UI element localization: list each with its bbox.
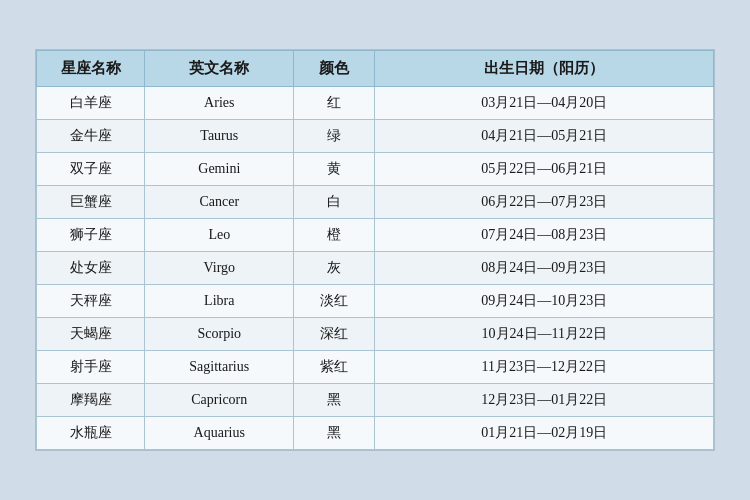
- cell-zh: 天秤座: [37, 285, 145, 318]
- cell-en: Libra: [145, 285, 294, 318]
- cell-en: Leo: [145, 219, 294, 252]
- table-row: 金牛座Taurus绿04月21日—05月21日: [37, 120, 714, 153]
- cell-date: 05月22日—06月21日: [375, 153, 714, 186]
- cell-color: 橙: [294, 219, 375, 252]
- header-zh: 星座名称: [37, 51, 145, 87]
- cell-en: Aries: [145, 87, 294, 120]
- cell-zh: 白羊座: [37, 87, 145, 120]
- cell-zh: 摩羯座: [37, 384, 145, 417]
- cell-color: 深红: [294, 318, 375, 351]
- table-row: 射手座Sagittarius紫红11月23日—12月22日: [37, 351, 714, 384]
- cell-en: Scorpio: [145, 318, 294, 351]
- cell-color: 红: [294, 87, 375, 120]
- cell-color: 淡红: [294, 285, 375, 318]
- cell-date: 11月23日—12月22日: [375, 351, 714, 384]
- header-en: 英文名称: [145, 51, 294, 87]
- cell-color: 黄: [294, 153, 375, 186]
- cell-zh: 巨蟹座: [37, 186, 145, 219]
- table-row: 处女座Virgo灰08月24日—09月23日: [37, 252, 714, 285]
- zodiac-table: 星座名称 英文名称 颜色 出生日期（阳历） 白羊座Aries红03月21日—04…: [36, 50, 714, 450]
- cell-color: 紫红: [294, 351, 375, 384]
- table-row: 水瓶座Aquarius黑01月21日—02月19日: [37, 417, 714, 450]
- cell-date: 04月21日—05月21日: [375, 120, 714, 153]
- cell-en: Taurus: [145, 120, 294, 153]
- cell-en: Capricorn: [145, 384, 294, 417]
- cell-zh: 射手座: [37, 351, 145, 384]
- cell-en: Sagittarius: [145, 351, 294, 384]
- table-row: 白羊座Aries红03月21日—04月20日: [37, 87, 714, 120]
- table-row: 天秤座Libra淡红09月24日—10月23日: [37, 285, 714, 318]
- cell-zh: 金牛座: [37, 120, 145, 153]
- cell-zh: 处女座: [37, 252, 145, 285]
- cell-date: 12月23日—01月22日: [375, 384, 714, 417]
- zodiac-table-container: 星座名称 英文名称 颜色 出生日期（阳历） 白羊座Aries红03月21日—04…: [35, 49, 715, 451]
- cell-color: 绿: [294, 120, 375, 153]
- cell-zh: 天蝎座: [37, 318, 145, 351]
- header-color: 颜色: [294, 51, 375, 87]
- table-row: 狮子座Leo橙07月24日—08月23日: [37, 219, 714, 252]
- cell-en: Aquarius: [145, 417, 294, 450]
- table-header-row: 星座名称 英文名称 颜色 出生日期（阳历）: [37, 51, 714, 87]
- cell-zh: 双子座: [37, 153, 145, 186]
- cell-date: 07月24日—08月23日: [375, 219, 714, 252]
- cell-date: 08月24日—09月23日: [375, 252, 714, 285]
- cell-zh: 水瓶座: [37, 417, 145, 450]
- cell-date: 10月24日—11月22日: [375, 318, 714, 351]
- cell-zh: 狮子座: [37, 219, 145, 252]
- cell-en: Cancer: [145, 186, 294, 219]
- table-row: 摩羯座Capricorn黑12月23日—01月22日: [37, 384, 714, 417]
- cell-date: 09月24日—10月23日: [375, 285, 714, 318]
- table-row: 天蝎座Scorpio深红10月24日—11月22日: [37, 318, 714, 351]
- cell-color: 白: [294, 186, 375, 219]
- table-body: 白羊座Aries红03月21日—04月20日金牛座Taurus绿04月21日—0…: [37, 87, 714, 450]
- table-row: 双子座Gemini黄05月22日—06月21日: [37, 153, 714, 186]
- cell-date: 01月21日—02月19日: [375, 417, 714, 450]
- cell-color: 黑: [294, 417, 375, 450]
- header-date: 出生日期（阳历）: [375, 51, 714, 87]
- cell-color: 灰: [294, 252, 375, 285]
- cell-en: Virgo: [145, 252, 294, 285]
- table-row: 巨蟹座Cancer白06月22日—07月23日: [37, 186, 714, 219]
- cell-date: 06月22日—07月23日: [375, 186, 714, 219]
- cell-date: 03月21日—04月20日: [375, 87, 714, 120]
- cell-color: 黑: [294, 384, 375, 417]
- cell-en: Gemini: [145, 153, 294, 186]
